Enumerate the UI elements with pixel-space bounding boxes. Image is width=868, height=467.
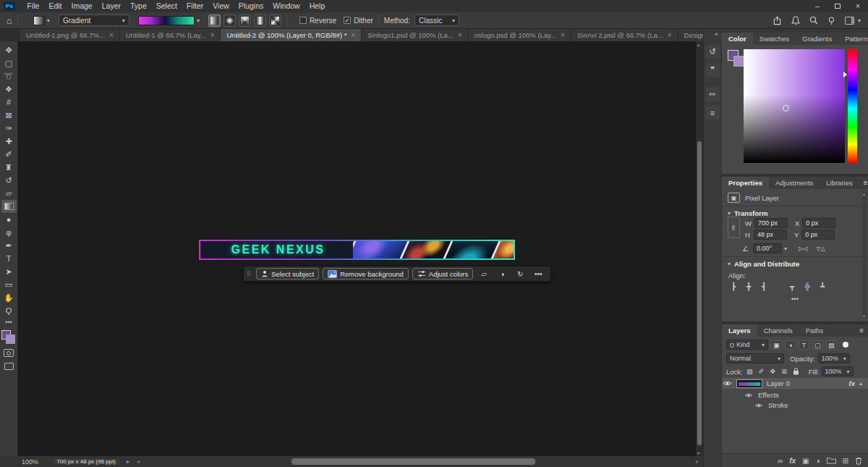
add-layer-mask-icon[interactable]: ▣: [802, 457, 809, 465]
doc-tab-4[interactable]: Sinlogo1.psd @ 100% (La...×: [362, 29, 468, 41]
angle-gradient-button[interactable]: [239, 14, 251, 27]
method-dropdown[interactable]: Classic ▾: [414, 14, 459, 26]
menu-image[interactable]: Image: [67, 0, 97, 12]
horizontal-scroll-thumb[interactable]: [292, 458, 535, 465]
fill-field[interactable]: 100% ▾: [822, 366, 854, 376]
doc-tab-6[interactable]: SinAvi 2.psd @ 66.7% (La...×: [571, 29, 678, 41]
scroll-right-icon[interactable]: ▸: [696, 458, 699, 465]
brush-settings-panel-icon[interactable]: ✏: [706, 88, 720, 101]
canvas-vertical-scrollbar[interactable]: ▴ ▾: [696, 41, 703, 456]
saturation-brightness-field[interactable]: [744, 49, 845, 163]
reverse-checkbox-row[interactable]: Reverse: [299, 17, 336, 25]
menu-help[interactable]: Help: [305, 0, 330, 12]
align-left-icon[interactable]: ┣: [728, 282, 739, 290]
lock-artboard-icon[interactable]: ⊞: [780, 367, 789, 376]
tool-path-select[interactable]: ➤: [1, 265, 17, 278]
radial-gradient-button[interactable]: [224, 14, 236, 27]
close-button[interactable]: ×: [848, 0, 868, 12]
gradient-preset-dropdown[interactable]: Gradient ▾: [59, 14, 129, 26]
panel-menu-icon[interactable]: ≡: [855, 324, 868, 337]
align-center-v-icon[interactable]: ╬: [802, 282, 812, 290]
share-icon[interactable]: [773, 16, 782, 25]
reverse-checkbox[interactable]: [299, 17, 307, 24]
menu-edit[interactable]: Edit: [44, 0, 67, 12]
close-icon[interactable]: ×: [458, 31, 462, 39]
color-picker-marker[interactable]: [783, 105, 789, 112]
tab-color[interactable]: Color: [722, 33, 753, 45]
layer-thumbnail[interactable]: [736, 379, 762, 388]
menu-filter[interactable]: Filter: [182, 0, 208, 12]
close-icon[interactable]: ×: [210, 31, 215, 39]
tab-gradients[interactable]: Gradients: [796, 33, 838, 45]
transform-icon[interactable]: ▱: [477, 268, 491, 279]
menu-select[interactable]: Select: [151, 0, 182, 12]
background-color-swatch[interactable]: [733, 56, 744, 67]
filter-type-layers-icon[interactable]: T: [799, 340, 809, 350]
filter-toggle-icon[interactable]: [843, 342, 848, 348]
gradient-preview[interactable]: [138, 16, 195, 25]
menu-layer[interactable]: Layer: [97, 0, 125, 12]
banner-document[interactable]: GEEK NEXUS: [199, 240, 515, 260]
select-subject-button[interactable]: Select subject: [256, 268, 319, 279]
canvas[interactable]: GEEK NEXUS ⠿ Select subject Remove backg…: [18, 41, 696, 456]
menu-view[interactable]: View: [208, 0, 234, 12]
tool-history-brush[interactable]: ↺: [1, 174, 17, 187]
linear-gradient-button[interactable]: [208, 14, 221, 27]
doc-tab-5[interactable]: oslogo.psd @ 100% (Lay...×: [469, 29, 571, 41]
tab-properties[interactable]: Properties: [722, 177, 769, 189]
tool-options-panel-icon[interactable]: ≡: [706, 106, 720, 119]
tool-lasso[interactable]: ➰: [1, 70, 17, 83]
doc-info-field[interactable]: 700 px x 48 px (96 ppi): [51, 458, 121, 466]
close-icon[interactable]: ×: [668, 31, 672, 39]
tool-frame[interactable]: ⊠: [1, 109, 17, 122]
delete-layer-trash-icon[interactable]: [855, 457, 862, 465]
scroll-down-icon[interactable]: ▾: [697, 450, 699, 455]
doc-tab-2[interactable]: Untitled-1 @ 66.7% (Lay...×: [120, 29, 221, 41]
tool-marquee[interactable]: ▢: [1, 56, 17, 70]
zoom-level[interactable]: 100%: [22, 458, 38, 466]
align-bottom-icon[interactable]: ┻: [817, 282, 827, 290]
color-panel-swatches[interactable]: [728, 50, 745, 67]
menu-plugins[interactable]: Plugins: [234, 0, 268, 12]
collapse-effects-icon[interactable]: ▴: [859, 380, 862, 387]
filter-smart-objects-icon[interactable]: ▤: [826, 340, 837, 350]
menu-type[interactable]: Type: [125, 0, 151, 12]
flip-horizontal-icon[interactable]: ▷◁: [799, 245, 807, 252]
tool-brush[interactable]: ✐: [1, 148, 17, 161]
tool-crop[interactable]: #: [1, 96, 17, 109]
angle-field[interactable]: 0.00°: [753, 243, 782, 253]
discover-lightbulb-icon[interactable]: [827, 16, 835, 25]
visibility-eye-icon[interactable]: [754, 403, 764, 408]
lock-transparency-icon[interactable]: ▨: [745, 367, 754, 376]
notifications-bell-icon[interactable]: [791, 16, 800, 25]
lock-all-icon[interactable]: [791, 367, 801, 376]
adjust-colors-button[interactable]: Adjust colors: [412, 268, 473, 279]
height-field[interactable]: 48 px: [754, 230, 787, 240]
properties-scrollbar[interactable]: ▴ ▾: [862, 191, 867, 319]
tool-healing-brush[interactable]: ✚: [1, 135, 17, 148]
new-layer-icon[interactable]: ⊞: [843, 457, 848, 465]
drag-handle-icon[interactable]: ⠿: [247, 272, 252, 277]
flip-vertical-icon[interactable]: ▽△: [816, 245, 825, 252]
menu-file[interactable]: File: [22, 0, 44, 12]
tab-swatches[interactable]: Swatches: [753, 33, 796, 45]
tool-pen[interactable]: ✒: [1, 239, 17, 252]
tool-gradient-selected[interactable]: [1, 200, 17, 213]
align-center-h-icon[interactable]: ╋: [744, 282, 754, 290]
quick-mask-button[interactable]: [4, 349, 14, 357]
effects-row[interactable]: Effects: [722, 391, 868, 399]
edit-toolbar-button[interactable]: •••: [1, 317, 17, 327]
hue-slider-marker[interactable]: [843, 72, 847, 77]
layer-row-layer0[interactable]: Layer 0 fx ▴: [722, 378, 868, 389]
align-right-icon[interactable]: ┫: [759, 282, 769, 290]
workspace-switcher-icon[interactable]: ▾: [845, 17, 861, 25]
filter-adjustment-layers-icon[interactable]: ◑: [785, 340, 796, 350]
filter-kind-dropdown[interactable]: Ϙ Kind ▾: [726, 340, 768, 350]
comments-panel-icon[interactable]: ❞: [706, 63, 720, 77]
stroke-effect-row[interactable]: Stroke: [722, 401, 868, 409]
tool-clone-stamp[interactable]: ♜: [1, 161, 17, 174]
tool-hand[interactable]: ✋: [1, 291, 17, 304]
reflected-gradient-button[interactable]: [254, 14, 266, 27]
close-icon[interactable]: ×: [351, 31, 355, 39]
filter-pixel-layers-icon[interactable]: ▣: [771, 340, 782, 350]
